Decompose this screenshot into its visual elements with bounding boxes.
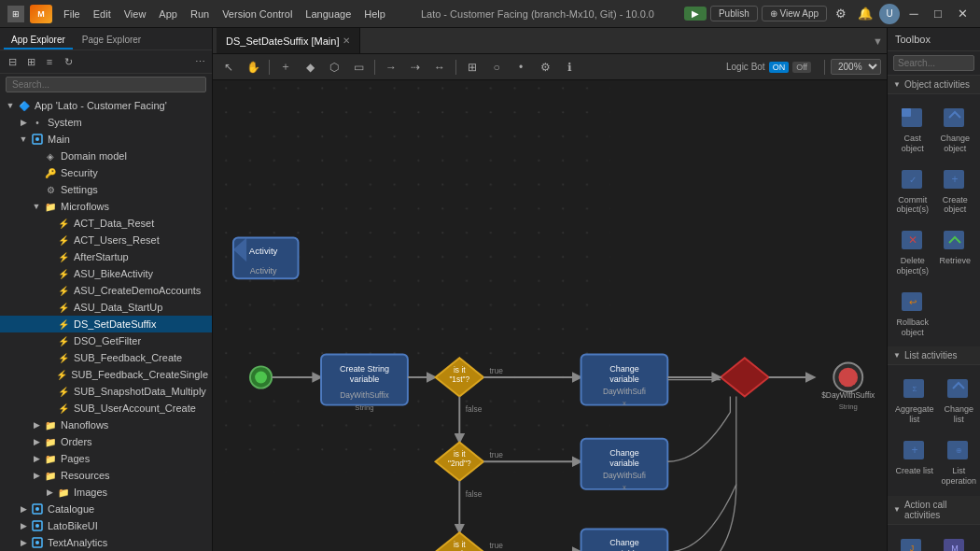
- tree-item-act_data_reset[interactable]: ⚡ACT_Data_Reset: [0, 215, 212, 232]
- tree-item-domain_model[interactable]: ◈Domain model: [0, 148, 212, 164]
- section-list-activities-header[interactable]: ▼ List activities: [888, 346, 980, 365]
- tree-item-sub_feedback_createsingle[interactable]: ⚡SUB_Feedback_CreateSingle: [0, 366, 212, 383]
- panel-options-button[interactable]: ⋯: [191, 53, 208, 70]
- tree-item-asu_data_startup[interactable]: ⚡ASU_Data_StartUp: [0, 299, 212, 316]
- tree-item-latobikeui[interactable]: ▶LatoBikeUI: [0, 517, 212, 534]
- toolbox-delete-objects[interactable]: ✕ Delete object(s): [893, 222, 932, 280]
- toolbox-commit-objects[interactable]: ✓ Commit object(s): [893, 162, 932, 219]
- close-button[interactable]: ✕: [952, 4, 973, 24]
- expand-all-button[interactable]: ⊞: [22, 53, 39, 70]
- toolbox-change-list[interactable]: Change list: [940, 371, 979, 429]
- toolbox-search-input[interactable]: [893, 55, 974, 71]
- tree-arrow[interactable]: ▶: [17, 538, 30, 547]
- link-tool[interactable]: ⇢: [405, 57, 426, 78]
- arrow-tool[interactable]: →: [381, 57, 401, 78]
- toolbox-java-action-call[interactable]: J Java action call: [893, 530, 931, 551]
- canvas-tab-options[interactable]: ▼: [873, 35, 883, 47]
- tree-item-ds_setdatesuffix[interactable]: ⚡DS_SetDateSuffix: [0, 316, 212, 332]
- filter-button[interactable]: ≡: [41, 53, 58, 70]
- toolbox-create-object[interactable]: + Create object: [936, 162, 975, 219]
- section-object-activities-header[interactable]: ▼ Object activities: [888, 76, 980, 94]
- logic-bot-off[interactable]: Off: [792, 62, 811, 73]
- tree-item-dso_getfilter[interactable]: ⚡DSO_GetFilter: [0, 332, 212, 349]
- tree-item-catalogue[interactable]: ▶Catalogue: [0, 501, 212, 517]
- collapse-all-button[interactable]: ⊟: [4, 53, 21, 70]
- tree-item-app_'lato_-_customer_facing'[interactable]: ▼🔷App 'Lato - Customer Facing': [0, 97, 212, 114]
- notification-icon[interactable]: 🔔: [855, 4, 875, 24]
- tree-item-pages[interactable]: ▶📁Pages: [0, 450, 212, 467]
- tree-item-settings[interactable]: ⚙Settings: [0, 181, 212, 198]
- toolbox-cast-object[interactable]: Cast object: [893, 100, 932, 158]
- dot-tool[interactable]: •: [511, 57, 531, 78]
- diamond-tool[interactable]: ◆: [300, 57, 320, 78]
- sync-button[interactable]: ↻: [60, 53, 77, 70]
- run-button[interactable]: ▶: [684, 7, 707, 21]
- add-tool[interactable]: ＋: [275, 57, 296, 78]
- rect-tool[interactable]: ▭: [348, 57, 369, 78]
- tree-item-resources[interactable]: ▶📁Resources: [0, 467, 212, 484]
- toolbox-microflow-call[interactable]: M Microflow call: [935, 530, 974, 551]
- menu-app[interactable]: App: [153, 7, 183, 21]
- tree-item-sub_feedback_create[interactable]: ⚡SUB_Feedback_Create: [0, 349, 212, 366]
- tree-item-act_users_reset[interactable]: ⚡ACT_Users_Reset: [0, 232, 212, 248]
- tree-item-orders[interactable]: ▶📁Orders: [0, 433, 212, 450]
- settings-icon[interactable]: ⚙: [831, 4, 851, 24]
- tree-arrow[interactable]: ▶: [30, 454, 43, 463]
- tree-item-microflows[interactable]: ▼📁Microflows: [0, 198, 212, 215]
- tab-app-explorer[interactable]: App Explorer: [4, 32, 73, 49]
- canvas-tab-close[interactable]: ✕: [343, 35, 350, 46]
- toolbox-change-object[interactable]: Change object: [936, 100, 975, 158]
- tree-arrow[interactable]: ▶: [30, 471, 43, 480]
- tree-item-images[interactable]: ▶📁Images: [0, 484, 212, 501]
- tree-arrow[interactable]: ▶: [30, 420, 43, 430]
- tree-item-asu_createdemoaccounts[interactable]: ⚡ASU_CreateDemoAccounts: [0, 282, 212, 299]
- canvas-diagram[interactable]: Activity Activity Create String variable…: [213, 80, 887, 551]
- menu-version-control[interactable]: Version Control: [217, 7, 298, 21]
- tree-item-security[interactable]: 🔑Security: [0, 164, 212, 181]
- cursor-tool[interactable]: ↖: [218, 57, 239, 78]
- circle-tool[interactable]: ○: [486, 57, 507, 78]
- menu-run[interactable]: Run: [185, 7, 215, 21]
- info-tool[interactable]: ℹ: [559, 57, 580, 78]
- hand-tool[interactable]: ✋: [243, 57, 263, 78]
- menu-help[interactable]: Help: [358, 7, 391, 21]
- tab-page-explorer[interactable]: Page Explorer: [75, 32, 148, 49]
- toolbox-retrieve[interactable]: Retrieve: [936, 222, 975, 280]
- toolbox-rollback-object[interactable]: ↩ Rollback object: [893, 284, 932, 342]
- tree-arrow[interactable]: ▶: [17, 504, 30, 514]
- tree-arrow[interactable]: ▼: [30, 202, 43, 211]
- zoom-select[interactable]: 200% 150% 100% 75% 50%: [831, 59, 881, 75]
- minimize-button[interactable]: ─: [903, 4, 924, 24]
- section-action-call-header[interactable]: ▼ Action call activities: [888, 496, 980, 525]
- hexagon-tool[interactable]: ⬡: [324, 57, 344, 78]
- menu-file[interactable]: File: [58, 7, 86, 21]
- user-avatar[interactable]: U: [879, 4, 900, 24]
- menu-view[interactable]: View: [119, 7, 152, 21]
- tree-item-afterstartup[interactable]: ⚡AfterStartup: [0, 248, 212, 265]
- toolbox-aggregate-list[interactable]: Σ Aggregate list: [893, 371, 936, 429]
- toolbox-create-list[interactable]: + Create list: [893, 432, 936, 490]
- tree-arrow[interactable]: ▼: [17, 134, 30, 144]
- tree-arrow[interactable]: ▼: [4, 101, 17, 110]
- tree-arrow[interactable]: ▶: [17, 521, 30, 530]
- logic-bot-on[interactable]: ON: [769, 62, 790, 73]
- tree-arrow[interactable]: ▶: [43, 487, 56, 497]
- publish-button[interactable]: Publish: [710, 6, 758, 21]
- tree-item-textanalytics[interactable]: ▶TextAnalytics: [0, 534, 212, 551]
- view-app-button[interactable]: ⊕ View App: [762, 6, 827, 21]
- tree-item-sub_snapshotdata_multiply[interactable]: ⚡SUB_SnapshotData_Multiply: [0, 383, 212, 400]
- tree-item-nanoflows[interactable]: ▶📁Nanoflows: [0, 417, 212, 433]
- canvas-tab-active[interactable]: DS_SetDateSuffix [Main] ✕: [217, 28, 360, 53]
- toolbox-list-operation[interactable]: ⊕ List operation: [940, 432, 979, 490]
- menu-language[interactable]: Language: [300, 7, 357, 21]
- maximize-button[interactable]: □: [928, 4, 948, 24]
- grid-tool[interactable]: ⊞: [462, 57, 483, 78]
- app-grid-icon[interactable]: ⊞: [7, 6, 24, 22]
- tree-item-sub_useraccount_create[interactable]: ⚡SUB_UserAccount_Create: [0, 400, 212, 417]
- link2-tool[interactable]: ↔: [429, 57, 450, 78]
- tree-item-system[interactable]: ▶•System: [0, 114, 212, 131]
- gear-tool[interactable]: ⚙: [535, 57, 555, 78]
- tree-arrow[interactable]: ▶: [17, 118, 30, 127]
- tree-item-main[interactable]: ▼Main: [0, 131, 212, 148]
- search-input[interactable]: [6, 77, 206, 92]
